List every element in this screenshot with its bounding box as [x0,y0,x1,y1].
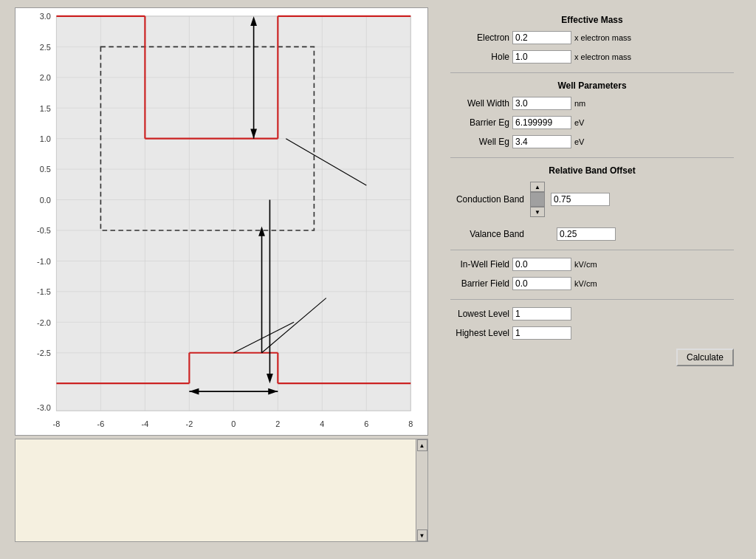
left-panel: 3.0 2.5 2.0 1.5 1.0 0.5 0.0 -0.5 -1.0 -1… [7,7,436,552]
barrier-eg-input[interactable] [512,116,571,129]
scroll-down-btn[interactable]: ▼ [417,529,427,541]
conduction-band-down-btn[interactable]: ▼ [530,207,545,217]
valance-band-row: Valance Band [450,227,734,241]
conduction-band-label: Conduction Band [450,194,524,205]
svg-text:-1.5: -1.5 [37,287,51,296]
highest-level-input[interactable] [512,326,571,340]
inwell-field-input[interactable] [512,258,571,271]
separator-1 [450,72,734,73]
barrier-field-unit: kV/cm [574,279,597,288]
well-eg-row: Well Eg eV [450,135,734,148]
inwell-field-label: In-Well Field [450,259,509,270]
well-width-label: Well Width [450,98,509,109]
barrier-field-row: Barrier Field kV/cm [450,277,734,290]
hole-label: Hole [450,52,509,62]
right-panel: Effective Mass Electron x electron mass … [436,7,749,552]
well-eg-input[interactable] [512,135,571,148]
chart-container: 3.0 2.5 2.0 1.5 1.0 0.5 0.0 -0.5 -1.0 -1… [15,7,428,436]
svg-text:3.0: 3.0 [40,12,51,21]
band-offset-title: Relative Band Offset [450,165,734,176]
svg-text:-6: -6 [97,419,105,428]
lowest-level-label: Lowest Level [450,309,509,319]
valance-band-input[interactable] [557,227,616,241]
electron-unit: x electron mass [574,33,631,42]
well-width-row: Well Width nm [450,97,734,110]
svg-text:1.0: 1.0 [40,134,51,143]
barrier-eg-unit: eV [574,118,584,127]
well-width-unit: nm [574,99,585,108]
electron-mass-row: Electron x electron mass [450,31,734,44]
well-eg-label: Well Eg [450,137,509,147]
effective-mass-title: Effective Mass [450,15,734,25]
output-text-area[interactable]: ▲ ▼ [15,439,428,542]
well-width-input[interactable] [512,97,571,110]
svg-text:-0.5: -0.5 [37,226,51,235]
well-params-title: Well Parameters [450,80,734,91]
svg-text:2: 2 [275,419,280,428]
conduction-band-track [530,192,545,207]
svg-text:-1.0: -1.0 [37,257,51,266]
valance-band-label: Valance Band [450,229,524,239]
separator-3 [450,250,734,250]
scroll-up-btn[interactable]: ▲ [417,439,427,451]
svg-text:0.0: 0.0 [40,196,51,205]
svg-text:-4: -4 [142,419,149,428]
svg-text:6: 6 [364,419,368,428]
separator-4 [450,299,734,300]
electron-mass-input[interactable] [512,31,571,44]
conduction-band-input[interactable] [551,193,610,206]
text-scrollbar[interactable]: ▲ ▼ [416,439,427,541]
svg-text:-3.0: -3.0 [37,403,51,412]
svg-text:1.5: 1.5 [40,104,51,113]
conduction-band-up-btn[interactable]: ▲ [530,182,545,192]
svg-text:-8: -8 [53,419,61,428]
highest-level-row: Highest Level [450,326,734,340]
chart-svg: 3.0 2.5 2.0 1.5 1.0 0.5 0.0 -0.5 -1.0 -1… [16,8,427,435]
inwell-field-row: In-Well Field kV/cm [450,258,734,271]
svg-text:-2.5: -2.5 [37,349,51,357]
conduction-band-row: Conduction Band ▲ ▼ [450,182,734,217]
svg-text:4: 4 [320,419,324,428]
calculate-button[interactable]: Calculate [676,349,734,366]
svg-text:8: 8 [408,419,413,428]
highest-level-label: Highest Level [450,328,509,338]
barrier-eg-label: Barrier Eg [450,117,509,128]
svg-text:2.5: 2.5 [40,43,51,52]
barrier-field-label: Barrier Field [450,278,509,289]
lowest-level-row: Lowest Level [450,307,734,320]
barrier-field-input[interactable] [512,277,571,290]
svg-text:-2.0: -2.0 [37,318,51,327]
electron-label: Electron [450,32,509,43]
lowest-level-input[interactable] [512,307,571,320]
hole-mass-row: Hole x electron mass [450,50,734,64]
svg-text:-2: -2 [186,419,193,428]
hole-unit: x electron mass [574,52,631,61]
svg-text:0: 0 [231,419,236,428]
inwell-field-unit: kV/cm [574,260,597,269]
svg-text:2.0: 2.0 [40,73,51,82]
hole-mass-input[interactable] [512,50,571,64]
svg-text:0.5: 0.5 [40,165,51,174]
separator-2 [450,157,734,158]
well-eg-unit: eV [574,137,584,146]
barrier-eg-row: Barrier Eg eV [450,116,734,129]
